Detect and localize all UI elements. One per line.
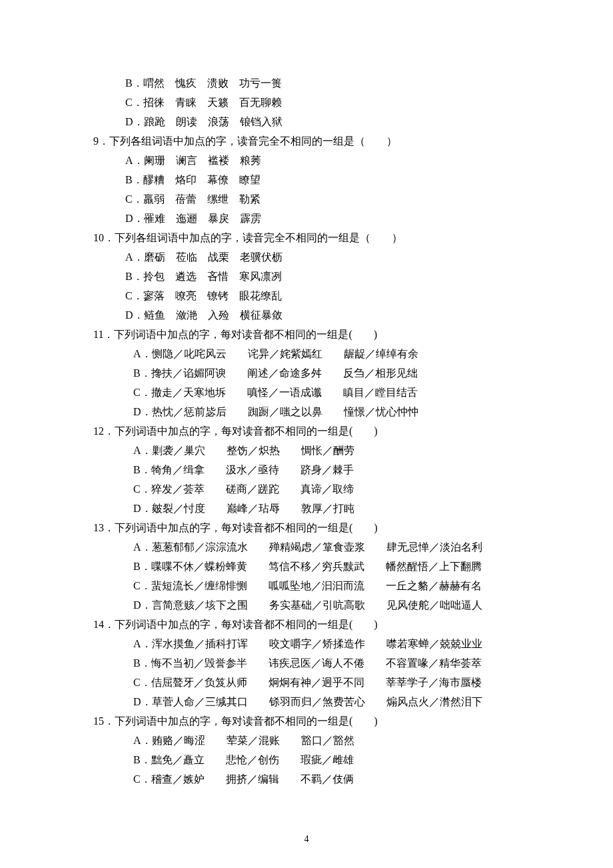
option-line: B．拎包 遴选 吝惜 寒风凛冽 bbox=[93, 267, 546, 286]
option-line: A．阑珊 谰言 褴褛 粮莠 bbox=[93, 151, 546, 170]
option-line: A．恻隐／叱咤风云 诧异／姹紫嫣红 龌龊／绰绰有余 bbox=[93, 344, 546, 363]
question-stem: 11．下列词语中加点的字，每对读音都不相同的一组是( ) bbox=[93, 325, 546, 344]
option-line: B．搀扶／谄媚阿谀 阐述／命途多舛 反刍／相形见绌 bbox=[93, 363, 546, 383]
option-line: D．言简意赅／垓下之围 务实基础／引吭高歌 见风使舵／咄咄逼人 bbox=[93, 595, 546, 615]
option-line: D．草菅人命／三缄其口 铩羽而归／煞费苦心 煽风点火／潸然泪下 bbox=[93, 692, 546, 711]
option-line: C．稽查／嫉妒 拥挤／编辑 不羁／伎俩 bbox=[93, 769, 546, 789]
question-stem: 13．下列词语中加点的字，每对读音都不相同的一组是( ) bbox=[93, 518, 546, 537]
option-line: B．喟然 愧疚 溃败 功亏一篑 bbox=[93, 73, 546, 93]
option-line: A．磨砺 莅临 战栗 老骥伏枥 bbox=[93, 247, 546, 267]
option-line: B．犄角／缉拿 汲水／亟待 跻身／棘手 bbox=[93, 460, 546, 479]
option-line: B．醪糟 烙印 幕僚 瞭望 bbox=[93, 170, 546, 189]
question-stem: 9．下列各组词语中加点的字，读音完全不相同的一组是（ ） bbox=[93, 131, 546, 151]
question-stem: 10．下列各组词语中加点的字，读音完全不相同的一组是（ ） bbox=[93, 228, 546, 247]
option-line: B．悔不当初／毁誉参半 讳疾忌医／诲人不倦 不容置喙／精华荟萃 bbox=[93, 653, 546, 673]
option-line: A．葱葱郁郁／淙淙流水 殚精竭虑／箪食壶浆 肆无忌惮／淡泊名利 bbox=[93, 537, 546, 557]
option-line: C．蜚短流长／缠绵悱恻 呱呱坠地／汩汩而流 一丘之貉／赫赫有名 bbox=[93, 576, 546, 595]
page-number: 4 bbox=[0, 834, 613, 845]
option-line: A．剿袭／巢穴 整饬／炽热 惆怅／酬劳 bbox=[93, 441, 546, 460]
option-line: C．佶屈聱牙／负笈从师 炯炯有神／迥乎不同 莘莘学子／海市蜃楼 bbox=[93, 673, 546, 692]
option-line: D．踉跄 朗读 浪荡 锒铛入狱 bbox=[93, 112, 546, 131]
option-line: C．招徕 青睐 天籁 百无聊赖 bbox=[93, 93, 546, 112]
page: B．喟然 愧疚 溃败 功亏一篑 C．招徕 青睐 天籁 百无聊赖 D．踉跄 朗读 … bbox=[0, 0, 613, 868]
option-line: D．皴裂／忖度 巅峰／玷辱 敦厚／打盹 bbox=[93, 499, 546, 518]
option-line: D．热忱／惩前毖后 踟蹰／嗤之以鼻 憧憬／忧心忡忡 bbox=[93, 402, 546, 421]
question-stem: 14．下列词语中加点的字，每对读音都不相同的一组是( ) bbox=[93, 615, 546, 634]
option-line: A．浑水摸鱼／插科打诨 咬文嚼字／矫揉造作 噤若寒蝉／兢兢业业 bbox=[93, 634, 546, 653]
option-line: C．寥落 嘹亮 镣铐 眼花缭乱 bbox=[93, 286, 546, 305]
question-stem: 15．下列词语中加点的字，每对读音都不相同的一组是( ) bbox=[93, 711, 546, 731]
option-line: C．羸弱 蓓蕾 缧绁 勒紧 bbox=[93, 189, 546, 209]
option-line: B．黜免／矗立 悲怆／创伤 瑕疵／雌雄 bbox=[93, 750, 546, 769]
option-line: C．猝发／荟萃 磋商／蹉跎 真谛／取缔 bbox=[93, 479, 546, 499]
option-line: B．喋喋不休／蝶粉蜂黄 笃信不移／穷兵黩武 幡然醒悟／上下翻腾 bbox=[93, 557, 546, 576]
option-line: C．撤走／天寒地坼 嗔怪／一语成谶 瞋目／瞠目结舌 bbox=[93, 383, 546, 402]
option-line: D．罹难 迤逦 暴戾 霹雳 bbox=[93, 209, 546, 228]
question-stem: 12．下列词语中加点的字，每对读音都不相同的一组是( ) bbox=[93, 421, 546, 441]
option-line: D．鲢鱼 潋滟 入殓 横征暴敛 bbox=[93, 305, 546, 325]
option-line: A．贿赂／晦涩 荤菜／混账 豁口／豁然 bbox=[93, 731, 546, 750]
